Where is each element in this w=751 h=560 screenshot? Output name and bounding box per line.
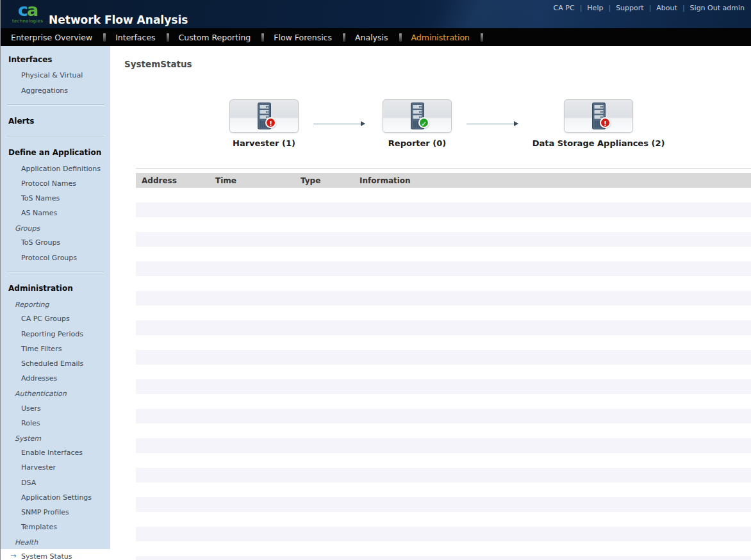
sidebar-item-label: Time Filters (21, 345, 62, 353)
sidebar-item[interactable]: SNMP Profiles (1, 505, 110, 520)
sidebar-item[interactable]: CA PC Groups (1, 311, 110, 326)
header-link[interactable]: Help| (587, 4, 616, 12)
sidebar-item[interactable]: System (1, 431, 110, 445)
sidebar-item-label: Groups (15, 224, 40, 233)
sidebar-item-label: Aggregations (21, 86, 68, 95)
node-label: Data Storage Appliances (2) (528, 138, 669, 148)
app-header: ca technologies Network Flow Analysis CA… (1, 0, 751, 28)
sidebar-item-label: Alerts (8, 117, 34, 126)
sidebar-item[interactable]: Interfaces (1, 50, 110, 68)
sidebar-item-label: Templates (21, 523, 57, 531)
header-link-label: Help (587, 4, 603, 12)
nav-tab[interactable]: Administration (410, 33, 491, 42)
sidebar-item[interactable]: Groups (1, 220, 110, 235)
node-label: Harvester (1) (194, 138, 334, 148)
sidebar-item[interactable]: Administration (1, 279, 110, 297)
sidebar-item[interactable]: DSA (1, 475, 110, 490)
ca-logo-tagline: technologies (12, 19, 44, 24)
status-badge-icon: ! (600, 117, 611, 128)
sidebar-item[interactable]: ToS Names (1, 191, 110, 206)
sidebar-item-label: Enable Interfaces (21, 449, 83, 457)
sidebar-item[interactable]: Protocol Names (1, 176, 110, 191)
header-link[interactable]: Support| (616, 4, 656, 12)
nav-tab[interactable]: Enterprise Overview (10, 33, 114, 42)
nav-tab[interactable]: Custom Reporting (177, 33, 273, 42)
sidebar-item[interactable]: Authentication (1, 386, 110, 400)
sidebar-item[interactable] (7, 104, 104, 106)
sidebar-item-label: System (15, 434, 41, 443)
sidebar-item[interactable]: →System Status (1, 549, 106, 560)
sidebar-item[interactable]: Reporting Periods (1, 327, 110, 342)
server-box[interactable]: ✓ (383, 99, 452, 133)
selected-arrow-icon: → (10, 552, 16, 560)
sidebar-item[interactable]: Time Filters (1, 342, 110, 356)
sidebar-item[interactable]: Physical & Virtual (1, 68, 110, 83)
nav-tab-label: Flow Forensics (272, 33, 333, 42)
flow-arrow-icon (313, 124, 365, 124)
sidebar-item[interactable]: ToS Groups (1, 235, 110, 250)
column-header[interactable]: Information (354, 176, 751, 185)
sidebar-item[interactable]: Harvester (1, 460, 110, 475)
sidebar-item[interactable]: Protocol Groups (1, 251, 110, 265)
sidebar-item[interactable]: Templates (1, 520, 110, 534)
sidebar-item-label: Define an Application (8, 148, 101, 157)
column-header[interactable]: Time (210, 176, 295, 185)
header-link[interactable]: About| (656, 4, 689, 12)
network-flow-analysis-window: ca technologies Network Flow Analysis CA… (0, 0, 751, 560)
sidebar-item-label: Scheduled Emails (21, 359, 83, 368)
header-link[interactable]: Sign Out admin| (690, 4, 745, 12)
ca-logo-text: ca (18, 0, 37, 20)
sidebar-item-label: Harvester (21, 463, 56, 472)
sidebar-item[interactable]: Health (1, 534, 110, 549)
nav-separator-icon (261, 33, 264, 42)
nav-tab[interactable]: Analysis (354, 33, 410, 42)
sidebar-item[interactable]: Scheduled Emails (1, 356, 110, 371)
nav-tab-label: Administration (410, 33, 471, 42)
system-node[interactable]: ! Data Storage Appliances (2) (528, 99, 669, 148)
server-box[interactable]: ! (564, 99, 633, 133)
ca-technologies-logo: ca technologies (12, 1, 44, 24)
sidebar-item[interactable]: Aggregations (1, 83, 110, 98)
sidebar-item-label: Reporting Periods (21, 330, 83, 338)
sidebar-item[interactable]: Alerts (1, 111, 110, 129)
sidebar-item-label: Protocol Names (21, 179, 76, 188)
header-link-label: CA PC (554, 4, 575, 12)
header-link-label: Sign Out admin (690, 4, 745, 12)
sidebar-item[interactable]: Application Definitions (1, 161, 110, 176)
column-header-label: Information (359, 176, 411, 185)
sidebar-item-label: AS Names (21, 209, 57, 217)
sidebar-item[interactable] (7, 272, 104, 273)
main-nav: Enterprise Overview Interfaces Custom Re… (1, 28, 751, 46)
sidebar-item[interactable]: Application Settings (1, 490, 110, 505)
status-badge-icon: ✓ (418, 117, 429, 128)
header-link-label: Support (616, 4, 643, 12)
main-content: SystemStatus (110, 46, 751, 560)
sidebar-item-label: Health (15, 538, 38, 547)
sidebar-item[interactable] (7, 136, 104, 137)
sidebar-item[interactable]: Enable Interfaces (1, 445, 110, 460)
nav-separator-icon (481, 33, 483, 42)
header-link[interactable]: CA PC| (554, 4, 588, 12)
sidebar-item-label: ToS Names (21, 194, 60, 202)
sidebar-item[interactable]: Addresses (1, 371, 110, 386)
sidebar-item-label: ToS Groups (21, 238, 60, 247)
sidebar-item[interactable]: Define an Application (1, 143, 110, 161)
nav-tab[interactable]: Flow Forensics (272, 33, 354, 42)
server-box[interactable]: ! (229, 99, 299, 133)
sidebar-item-label: DSA (21, 479, 36, 487)
nav-separator-icon (103, 33, 106, 42)
sidebar-item-label: Protocol Groups (21, 254, 77, 262)
sidebar-item[interactable]: Reporting (1, 297, 110, 311)
link-separator: | (649, 4, 652, 12)
sidebar-item[interactable]: Roles (1, 416, 110, 431)
nav-separator-icon (343, 33, 345, 42)
status-badge-icon: ! (265, 117, 276, 128)
header-links: CA PC| Help| Support| About| Sign Out ad… (554, 4, 745, 12)
nav-tab[interactable]: Interfaces (114, 33, 177, 42)
sidebar-item-label: Physical & Virtual (21, 71, 83, 79)
column-header[interactable]: Address (136, 176, 210, 185)
sidebar-item[interactable]: Users (1, 401, 110, 416)
column-header[interactable]: Type (295, 176, 354, 185)
sidebar-item[interactable]: AS Names (1, 206, 110, 220)
sidebar-item-label: System Status (21, 552, 72, 560)
